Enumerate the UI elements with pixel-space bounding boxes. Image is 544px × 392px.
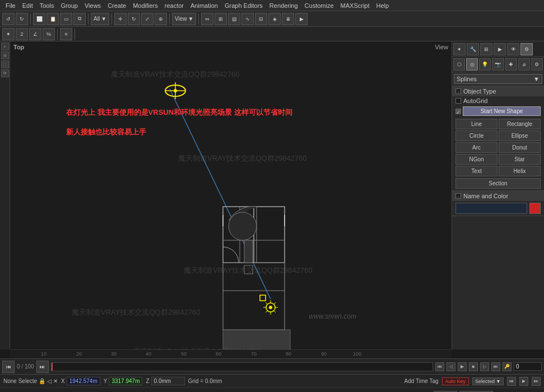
shape-ngon[interactable]: NGon <box>455 154 497 165</box>
shape-rectangle[interactable]: Rectangle <box>499 119 541 129</box>
subtab-cameras[interactable]: 📷 <box>492 58 504 71</box>
redo-button[interactable]: ↻ <box>16 13 28 25</box>
section-button[interactable]: Section <box>455 178 541 189</box>
sun-light-object[interactable] <box>161 80 189 103</box>
layer-button[interactable]: ▤ <box>228 13 240 25</box>
menu-help[interactable]: Help <box>373 0 393 11</box>
snap-percent[interactable]: % <box>43 28 55 40</box>
y-value[interactable]: 3317.947m <box>109 377 142 385</box>
collapse-btn[interactable]: - <box>455 88 461 94</box>
menu-edit[interactable]: Edit <box>19 0 36 11</box>
tab-hierarchy[interactable]: ⊞ <box>480 43 492 55</box>
subtab-lights[interactable]: 💡 <box>479 58 491 71</box>
menu-file[interactable]: File <box>2 0 19 11</box>
menu-group[interactable]: Group <box>57 0 81 11</box>
tab-create[interactable]: ✦ <box>453 43 466 55</box>
subtab-spacewarps[interactable]: ⌀ <box>518 58 530 71</box>
selected-dropdown[interactable]: Selected ▼ <box>472 377 504 385</box>
frame-counter[interactable]: 0 <box>514 362 542 371</box>
tab-display[interactable]: 👁 <box>507 43 519 55</box>
render-scene-button[interactable]: 🖥 <box>282 13 294 25</box>
svg-rect-10 <box>244 265 253 274</box>
rotate-button[interactable]: ↻ <box>128 13 140 25</box>
menu-maxscript[interactable]: MAXScript <box>337 0 373 11</box>
prev-key-button[interactable]: ◁ <box>447 362 455 371</box>
menu-create[interactable]: Create <box>104 0 129 11</box>
name-color-collapse[interactable]: - <box>455 193 461 199</box>
tab-utilities[interactable]: ⚙ <box>520 43 533 55</box>
snap-angle[interactable]: ∠ <box>29 28 41 40</box>
shape-helix[interactable]: Helix <box>499 166 541 176</box>
name-color-header[interactable]: - Name and Color <box>452 191 544 201</box>
left-tool-1[interactable]: + <box>1 43 9 50</box>
subtab-systems[interactable]: ⚙ <box>531 58 543 71</box>
schematic-view-button[interactable]: ⊟ <box>255 13 267 25</box>
curve-editor-button[interactable]: ∿ <box>241 13 254 25</box>
window-crossing-button[interactable]: ⧉ <box>73 13 86 25</box>
tab-modify[interactable]: 🔧 <box>467 43 479 55</box>
key-mode-button[interactable]: 🔑 <box>503 362 512 371</box>
shape-star[interactable]: Star <box>499 154 541 165</box>
shape-circle[interactable]: Circle <box>455 130 497 141</box>
menu-graph-editors[interactable]: Graph Editors <box>221 0 266 11</box>
menu-reactor[interactable]: reactor <box>161 0 187 11</box>
snap-toggle[interactable]: ✦ <box>2 28 15 40</box>
left-tool-2[interactable]: ◎ <box>1 52 9 59</box>
playback-next-btn[interactable]: ⏭ <box>532 377 541 386</box>
select-by-name-button[interactable]: 📋 <box>47 13 59 25</box>
menu-modifiers[interactable]: Modifiers <box>129 0 161 11</box>
named-sets[interactable]: ≡ <box>60 28 72 40</box>
shape-arc[interactable]: Arc <box>455 142 497 153</box>
left-tool-3[interactable]: ⬚ <box>1 60 9 68</box>
menu-customize[interactable]: Customize <box>301 0 337 11</box>
filter-dropdown[interactable]: All ▼ <box>91 13 109 25</box>
subtab-helpers[interactable]: ✚ <box>505 58 517 71</box>
move-button[interactable]: ✛ <box>114 13 127 25</box>
align-button[interactable]: ⊞ <box>215 13 227 25</box>
mirror-button[interactable]: ⇔ <box>201 13 213 25</box>
go-start-button[interactable]: ⏮ <box>435 362 444 371</box>
scale-button[interactable]: ⤢ <box>141 13 154 25</box>
name-input-field[interactable] <box>455 203 527 214</box>
subtab-shapes[interactable]: ◎ <box>466 58 478 71</box>
shape-line[interactable]: Line <box>455 119 497 129</box>
x-value[interactable]: 1942.574m <box>67 377 100 385</box>
snap-2d[interactable]: 2 <box>16 28 28 40</box>
quick-render-button[interactable]: ▶ <box>295 13 308 25</box>
start-new-shape-button[interactable]: Start New Shape <box>463 106 541 116</box>
material-editor-button[interactable]: ◈ <box>268 13 281 25</box>
shape-text[interactable]: Text <box>455 166 497 176</box>
left-tool-4[interactable]: ⟳ <box>1 69 9 77</box>
splines-dropdown[interactable]: Splines ▼ <box>454 74 542 84</box>
undo-button[interactable]: ↺ <box>2 13 15 25</box>
z-value[interactable]: 0.0mm <box>151 377 185 385</box>
playback-play-btn[interactable]: ▶ <box>519 377 528 386</box>
go-end-button[interactable]: ⏭ <box>491 362 500 371</box>
prev-frame-button[interactable]: ⏮ <box>2 361 15 373</box>
shape-ellipse[interactable]: Ellipse <box>499 130 541 141</box>
subtab-geometry[interactable]: ⬡ <box>453 58 465 71</box>
select-rotate-button[interactable]: ⊕ <box>155 13 167 25</box>
timeline-track[interactable] <box>51 362 433 371</box>
menu-animation[interactable]: Animation <box>187 0 221 11</box>
next-key-button[interactable]: ▷ <box>480 362 489 371</box>
tab-motion[interactable]: ▶ <box>494 43 506 55</box>
play-button[interactable]: ▶ <box>458 362 467 371</box>
playback-prev-btn[interactable]: ⏮ <box>507 377 516 386</box>
autogrid-checkbox[interactable] <box>455 98 461 104</box>
next-frame-button[interactable]: ⏭ <box>36 361 49 373</box>
object-type-header[interactable]: - Object Type <box>452 86 544 96</box>
select-region-button[interactable]: ▭ <box>60 13 72 25</box>
select-object-button[interactable]: ⬜ <box>33 13 45 25</box>
auto-key-label[interactable]: Auto Key <box>442 377 469 385</box>
viewport[interactable]: Top View <box>10 41 452 349</box>
start-new-shape-checkbox[interactable]: ✓ <box>455 109 461 114</box>
menu-tools[interactable]: Tools <box>36 0 58 11</box>
yellow-box[interactable] <box>259 295 266 302</box>
shape-donut[interactable]: Donut <box>499 142 541 153</box>
menu-views[interactable]: Views <box>81 0 104 11</box>
menu-rendering[interactable]: Rendering <box>266 0 301 11</box>
view-dropdown[interactable]: View ▼ <box>172 13 196 25</box>
color-swatch[interactable] <box>529 203 541 214</box>
stop-button[interactable]: ■ <box>469 362 478 371</box>
